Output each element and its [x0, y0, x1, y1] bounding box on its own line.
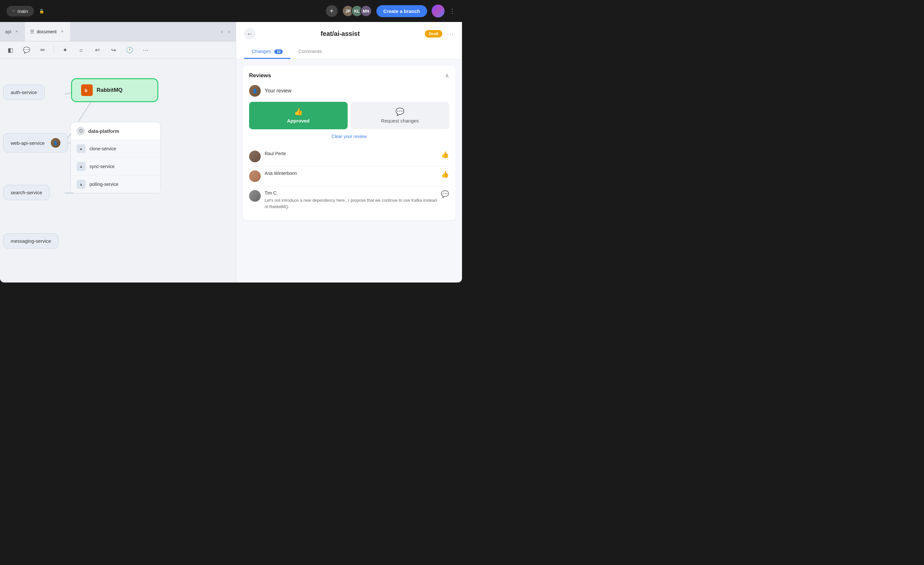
pr-title-row: ← feat/ai-assist Draft ··· [244, 28, 454, 39]
raul-info: Raul Perte [265, 150, 437, 156]
tab-api[interactable]: api ✕ [0, 22, 25, 41]
raul-name: Raul Perte [265, 151, 286, 156]
tab-navigation: ‹ › [219, 27, 236, 36]
rabbitmq-node[interactable]: b RabbitMQ [71, 78, 158, 102]
tab-bar: api ✕ ☰ document ✕ ‹ › [0, 22, 236, 41]
collaborator-avatars: JP KL MN [342, 5, 372, 17]
raul-avatar [249, 150, 261, 162]
tim-name: Tim C. [265, 190, 278, 195]
reviews-section: Reviews ∧ 👤 Your review 👍 Approved 💬 [243, 66, 456, 220]
more-options-button[interactable]: ⋮ [449, 7, 456, 15]
rabbitmq-label: RabbitMQ [97, 87, 123, 93]
changes-badge: 10 [274, 50, 283, 54]
request-changes-icon: 💬 [396, 108, 404, 116]
branch-name: main [18, 8, 28, 14]
tim-info: Tim C. Let's not introduce a new depende… [265, 190, 437, 210]
branch-selector[interactable]: ⑂ main [6, 6, 34, 17]
pr-body: Reviews ∧ 👤 Your review 👍 Approved 💬 [236, 59, 462, 282]
search-service-node[interactable]: search-service [3, 185, 50, 200]
approved-button[interactable]: 👍 Approved [249, 102, 348, 129]
topbar-left: ⑂ main 🔓 [6, 6, 44, 17]
auth-service-node[interactable]: auth-service [3, 85, 45, 100]
tab-document[interactable]: ☰ document ✕ [25, 22, 70, 41]
tab-changes-label: Changes [252, 48, 271, 54]
node-avatar: 👤 [51, 138, 60, 148]
reviews-title: Reviews [249, 72, 271, 79]
clone-service-label: clone-service [90, 146, 116, 151]
toolbar: ◧ 💬 ✏ ✦ ⌕ ↩ ↪ 🕐 ⋯ [0, 41, 236, 59]
toolbar-history-button[interactable]: 🕐 [124, 45, 135, 55]
avatar-3: MN [360, 5, 372, 17]
your-review-avatar: 👤 [249, 85, 261, 97]
messaging-service-label: messaging-service [10, 238, 51, 244]
platform-header: ⬡ data-platform [71, 122, 160, 140]
sync-service-icon: ▲ [76, 162, 86, 171]
collapse-reviews-button[interactable]: ∧ [445, 72, 449, 79]
add-button[interactable]: + [326, 5, 338, 17]
search-service-label: search-service [10, 190, 42, 195]
toolbar-more-button[interactable]: ⋯ [141, 45, 151, 55]
create-branch-button[interactable]: Create a branch [376, 5, 427, 17]
rabbitmq-icon: b [81, 84, 93, 96]
topbar-right: + JP KL MN Create a branch ⋮ [326, 5, 456, 18]
reviews-header: Reviews ∧ [249, 72, 449, 79]
pr-tabs: Changes 10 Comments [244, 45, 454, 59]
web-api-service-node[interactable]: web-api-service 👤 [3, 133, 68, 153]
toolbar-sparkle-button[interactable]: ✦ [60, 45, 70, 55]
platform-label: data-platform [88, 128, 119, 134]
aria-reaction: 👍 [441, 170, 449, 178]
lock-icon: 🔓 [39, 9, 44, 14]
toolbar-redo-button[interactable]: ↪ [108, 45, 118, 55]
right-panel: ← feat/ai-assist Draft ··· Changes 10 Co… [236, 22, 462, 282]
main-area: api ✕ ☰ document ✕ ‹ › ◧ 💬 ✏ ✦ ⌕ ↩ ↪ 🕐 [0, 22, 462, 282]
reviewer-list: Raul Perte 👍 Aria Winterbonn 👍 [249, 147, 449, 213]
raul-reaction: 👍 [441, 150, 449, 158]
toolbar-edit-button[interactable]: ✏ [38, 45, 48, 55]
toolbar-separator-1 [54, 46, 54, 54]
tab-document-close[interactable]: ✕ [59, 29, 65, 35]
pr-more-button[interactable]: ··· [447, 30, 454, 38]
web-api-service-label: web-api-service [10, 140, 45, 146]
branch-icon: ⑂ [12, 8, 15, 14]
polling-service-label: polling-service [90, 182, 118, 187]
messaging-service-node[interactable]: messaging-service [3, 233, 58, 249]
tab-api-label: api [5, 29, 11, 34]
tab-changes[interactable]: Changes 10 [244, 45, 291, 59]
data-platform-group[interactable]: ⬡ data-platform ▲ clone-service ▲ sync-s… [70, 122, 161, 193]
sync-service-label: sync-service [90, 164, 115, 169]
reviewer-item-aria: Aria Winterbonn 👍 [249, 166, 449, 186]
svg-text:b: b [85, 88, 87, 93]
request-changes-label: Request changes [381, 118, 419, 123]
toolbar-panel-button[interactable]: ◧ [5, 45, 15, 55]
toolbar-search-button[interactable]: ⌕ [76, 45, 86, 55]
sync-service-item[interactable]: ▲ sync-service [71, 158, 160, 176]
left-panel: api ✕ ☰ document ✕ ‹ › ◧ 💬 ✏ ✦ ⌕ ↩ ↪ 🕐 [0, 22, 236, 282]
clone-service-icon: ▲ [76, 144, 86, 153]
back-button[interactable]: ← [244, 28, 255, 39]
your-review-label: Your review [265, 88, 291, 94]
polling-service-item[interactable]: ▲ polling-service [71, 176, 160, 193]
tim-reaction: 💬 [441, 190, 449, 198]
tab-comments[interactable]: Comments [291, 45, 330, 59]
tab-document-icon: ☰ [30, 29, 34, 35]
aria-avatar [249, 170, 261, 182]
clone-service-item[interactable]: ▲ clone-service [71, 140, 160, 158]
auth-service-label: auth-service [10, 90, 37, 95]
tab-api-close[interactable]: ✕ [14, 29, 20, 35]
clear-review-link[interactable]: Clear your review [249, 134, 449, 139]
reviewer-item-tim: Tim C. Let's not introduce a new depende… [249, 186, 449, 213]
toolbar-chat-button[interactable]: 💬 [21, 45, 32, 55]
tab-next-button[interactable]: › [226, 27, 232, 36]
tab-prev-button[interactable]: ‹ [219, 27, 225, 36]
profile-avatar[interactable] [432, 5, 444, 18]
toolbar-undo-button[interactable]: ↩ [92, 45, 102, 55]
diagram-area[interactable]: auth-service web-api-service 👤 search-se… [0, 59, 236, 282]
tab-comments-label: Comments [298, 48, 322, 54]
draft-badge: Draft [425, 30, 442, 38]
review-action-buttons: 👍 Approved 💬 Request changes [249, 102, 449, 129]
tim-comment: Let's not introduce a new dependency her… [265, 197, 437, 210]
request-changes-button[interactable]: 💬 Request changes [351, 102, 449, 129]
aria-name: Aria Winterbonn [265, 171, 297, 176]
tab-document-label: document [37, 29, 57, 34]
pr-header: ← feat/ai-assist Draft ··· Changes 10 Co… [236, 22, 462, 59]
